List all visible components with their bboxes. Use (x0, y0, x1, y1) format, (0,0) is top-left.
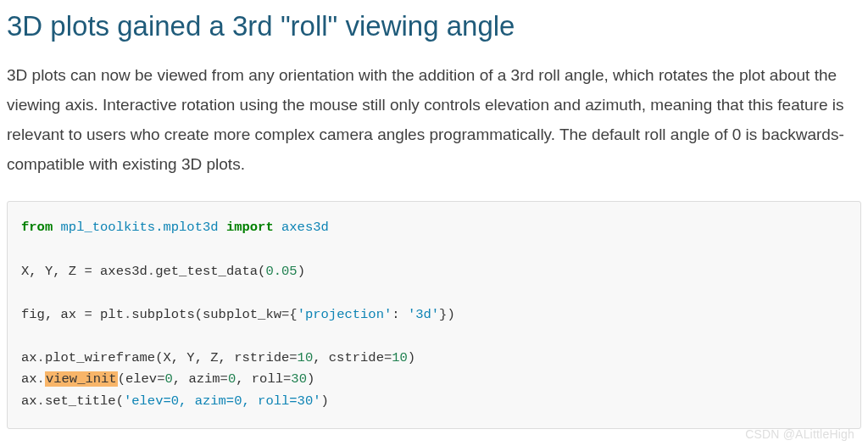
op-dot: . (37, 393, 45, 409)
paren: ) (298, 264, 305, 279)
code-vars: fig, ax (21, 307, 84, 322)
string: 'elev=0, azim=0, roll=30' (124, 393, 321, 409)
args: (elev (118, 371, 158, 387)
number: 30 (291, 371, 307, 387)
code-call: plt (92, 307, 124, 322)
fn-name: plot_wireframe (45, 350, 155, 365)
number: 10 (298, 350, 314, 365)
brace: { (289, 307, 297, 322)
op-eq: = (289, 350, 297, 365)
paren: ) (447, 307, 454, 322)
code-call: axes3d (92, 264, 147, 279)
module-name: mpl_toolkits.mplot3d (61, 220, 219, 235)
code-block: from mpl_toolkits.mplot3d import axes3d … (7, 201, 861, 428)
fn-highlighted: view_init (45, 371, 118, 387)
args: , cstride (313, 350, 384, 365)
paren: ( (116, 393, 124, 409)
paren: ) (307, 371, 314, 387)
kw-from: from (21, 220, 53, 235)
op-eq: = (283, 371, 291, 387)
paren: ) (321, 393, 329, 409)
args: , roll (236, 371, 283, 387)
args: , azim (173, 371, 220, 387)
watermark: CSDN @ALittleHigh (745, 427, 854, 441)
arg-name: subplot_kw (203, 307, 281, 322)
colon: : (392, 307, 408, 322)
brace: } (439, 307, 447, 322)
op-eq: = (84, 264, 92, 279)
args: (X, Y, Z, rstride (155, 350, 289, 365)
string: 'projection' (298, 307, 392, 322)
module-name: axes3d (281, 220, 329, 235)
code-vars: X, Y, Z (21, 264, 84, 279)
op-dot: . (147, 264, 155, 279)
op-eq: = (84, 307, 92, 322)
number: 0.05 (265, 264, 297, 279)
op-eq: = (384, 350, 392, 365)
fn-name: get_test_data (155, 264, 258, 279)
code-ax: ax (21, 371, 37, 387)
number: 10 (392, 350, 408, 365)
code-ax: ax (21, 350, 37, 365)
paren: ( (258, 264, 265, 279)
op-eq: = (220, 371, 228, 387)
number: 0 (228, 371, 236, 387)
description-paragraph: 3D plots can now be viewed from any orie… (7, 60, 861, 180)
paren: ( (195, 307, 203, 322)
op-dot: . (37, 350, 45, 365)
paren: ) (408, 350, 415, 365)
op-dot: . (124, 307, 131, 322)
section-heading: 3D plots gained a 3rd "roll" viewing ang… (7, 8, 861, 45)
code-ax: ax (21, 393, 37, 409)
kw-import: import (226, 220, 274, 235)
op-dot: . (37, 371, 45, 387)
string: '3d' (408, 307, 439, 322)
fn-name: subplots (131, 307, 194, 322)
op-eq: = (281, 307, 289, 322)
fn-name: set_title (45, 393, 116, 409)
number: 0 (164, 371, 172, 387)
